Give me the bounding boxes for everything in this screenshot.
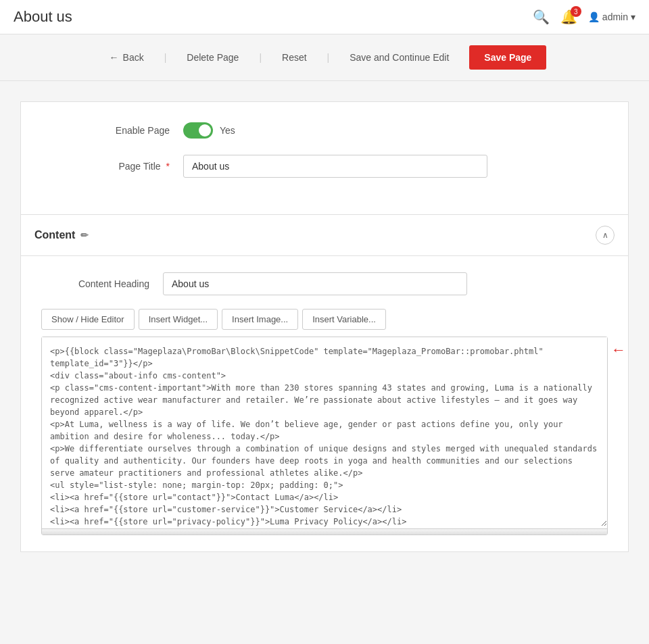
enable-page-toggle[interactable] — [183, 122, 213, 139]
save-continue-button[interactable]: Save and Continue Edit — [343, 48, 456, 67]
user-icon: 👤 — [588, 11, 600, 22]
collapse-button[interactable]: ∧ — [596, 226, 615, 245]
notification-button[interactable]: 🔔 3 — [560, 9, 577, 25]
search-icon: 🔍 — [533, 9, 550, 24]
back-button[interactable]: Back — [103, 48, 151, 67]
insert-widget-button[interactable]: Insert Widget... — [139, 309, 218, 330]
editor-toolbar: Show / Hide Editor Insert Widget... Inse… — [41, 309, 608, 330]
editor-textarea[interactable]: <p>{{block class="Mageplaza\PromoBar\Blo… — [42, 337, 607, 526]
content-section: Content ✏ ∧ Content Heading Show / Hide … — [20, 214, 629, 552]
toggle-slider — [183, 122, 213, 139]
chevron-up-icon: ∧ — [602, 230, 608, 240]
show-hide-editor-button[interactable]: Show / Hide Editor — [41, 309, 135, 330]
divider-2: | — [259, 52, 262, 63]
content-heading-row: Content Heading — [41, 272, 608, 295]
insert-variable-button[interactable]: Insert Variable... — [302, 309, 386, 330]
page-header: About us 🔍 🔔 3 👤 admin ▾ — [0, 0, 649, 34]
delete-page-button[interactable]: Delete Page — [180, 48, 245, 67]
main-content: Enable Page Yes Page Title * Content ✏ — [0, 81, 649, 586]
enable-page-label: Enable Page — [48, 125, 183, 136]
toggle-value-label: Yes — [220, 125, 235, 136]
editor-area: <p>{{block class="Mageplaza\PromoBar\Blo… — [41, 337, 608, 535]
save-page-button[interactable]: Save Page — [469, 45, 546, 70]
page-title-input[interactable] — [183, 155, 487, 178]
enable-page-row: Enable Page Yes — [48, 122, 601, 139]
divider-3: | — [327, 52, 330, 63]
content-edit-icon[interactable]: ✏ — [80, 230, 89, 241]
insert-image-button[interactable]: Insert Image... — [222, 309, 298, 330]
header-icons: 🔍 🔔 3 👤 admin ▾ — [533, 9, 635, 25]
page-title-label: Page Title * — [48, 161, 183, 172]
admin-user-menu[interactable]: 👤 admin ▾ — [588, 11, 635, 22]
content-heading-label: Content Heading — [41, 278, 163, 289]
chevron-down-icon: ▾ — [631, 11, 635, 22]
reset-button[interactable]: Reset — [275, 48, 314, 67]
divider-1: | — [164, 52, 167, 63]
content-section-title: Content ✏ — [34, 229, 89, 241]
content-section-body: Content Heading Show / Hide Editor Inser… — [21, 256, 628, 551]
content-section-header: Content ✏ ∧ — [21, 215, 628, 256]
search-button[interactable]: 🔍 — [533, 9, 550, 25]
action-toolbar: Back | Delete Page | Reset | Save and Co… — [0, 34, 649, 81]
required-star: * — [166, 161, 170, 172]
content-heading-input[interactable] — [163, 272, 467, 295]
notification-badge: 3 — [571, 6, 581, 17]
page-title: About us — [14, 8, 72, 26]
toggle-wrapper: Yes — [183, 122, 235, 139]
admin-label: admin — [602, 11, 628, 22]
page-title-row: Page Title * — [48, 155, 601, 178]
editor-arrow-indicator: ← — [611, 341, 626, 359]
